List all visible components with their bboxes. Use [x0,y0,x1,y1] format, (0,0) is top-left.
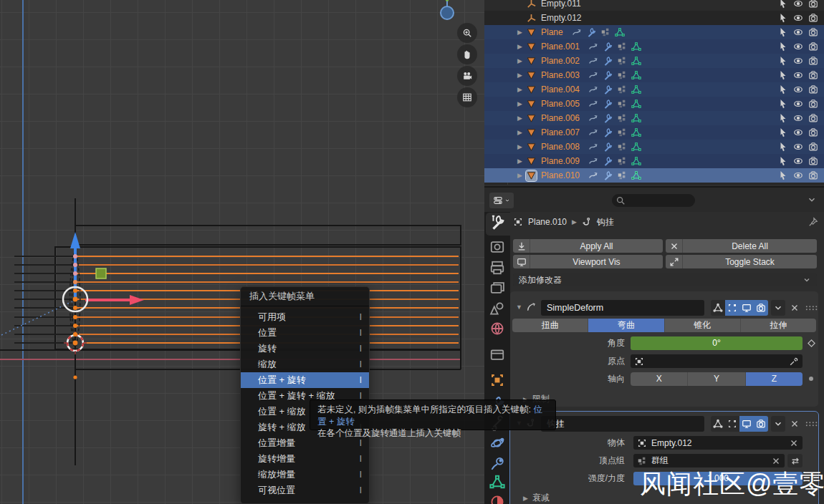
axis-y-button[interactable]: Y [688,372,745,386]
drag-handle-icon[interactable] [805,304,818,311]
tab-view-layer-icon[interactable] [489,280,505,296]
render-camera-icon[interactable] [808,170,818,180]
angle-slider[interactable]: 0° [631,336,803,350]
clear-x-icon[interactable] [771,456,781,466]
render-camera-icon[interactable] [808,99,818,109]
empty-marker-square[interactable] [96,268,106,278]
outliner-row-plane-004[interactable]: ▶ Plane.004 [484,82,824,97]
pan-hand-button[interactable] [457,44,477,64]
hide-eye-icon[interactable] [793,42,803,52]
invert-vertex-group-button[interactable] [787,454,803,467]
modifier-name-field[interactable]: SimpleDeform [541,300,704,316]
object-name[interactable]: Plane.007 [541,127,580,137]
toggle-stack-button[interactable]: Toggle Stack [666,255,817,268]
modifier-close-icon[interactable] [790,419,800,429]
viewport-vis-button[interactable]: Viewport Vis [513,255,663,268]
render-camera-icon[interactable] [808,13,818,23]
axis-z-button[interactable]: Z [746,372,803,386]
apply-all-button[interactable]: Apply All [513,239,663,253]
menu-item-available[interactable]: 可用项I [241,309,369,325]
editor-type-button[interactable] [489,193,514,208]
outliner-row-empty-011[interactable]: ▶ Empty.011 [484,0,824,11]
object-name[interactable]: Plane [541,27,563,37]
camera-view-button[interactable] [457,66,477,86]
tab-bend[interactable]: 弯曲 [588,319,664,332]
expand-arrow-icon[interactable]: ▶ [517,44,523,49]
expand-arrow-icon[interactable]: ▶ [517,144,523,150]
object-name[interactable]: Plane.003 [541,70,580,80]
outliner-row-plane[interactable]: ▶ Plane [484,25,824,39]
modifier-extras-button[interactable] [771,416,785,432]
selectable-arrow-icon[interactable] [778,99,788,109]
expand-arrow-icon[interactable]: ▶ [517,29,523,35]
menu-item-location[interactable]: 位置I [241,325,369,341]
keyframe-diamond-icon[interactable] [807,339,816,348]
hide-eye-icon[interactable] [793,170,803,180]
object-name[interactable]: Plane.005 [541,99,580,109]
toggle-render-icon[interactable] [754,416,768,432]
hide-eye-icon[interactable] [793,113,803,123]
hide-eye-icon[interactable] [793,142,803,152]
menu-item-scale[interactable]: 缩放I [241,357,369,372]
tab-material-icon[interactable] [489,494,505,504]
outliner-row-empty-012[interactable]: ▶ Empty.012 [484,11,824,25]
nav-gizmo-axis-ball[interactable] [441,0,454,19]
hide-eye-icon[interactable] [793,156,803,166]
modifier-extras-button[interactable] [771,300,785,316]
add-modifier-dropdown[interactable]: 添加修改器 [513,273,817,286]
render-camera-icon[interactable] [808,70,818,80]
axis-x-button[interactable]: X [631,372,688,386]
hide-eye-icon[interactable] [793,0,803,9]
object-name[interactable]: Plane.004 [541,84,580,94]
breadcrumb-modifier[interactable]: 钩挂 [597,216,614,228]
eyedropper-icon[interactable] [789,357,799,367]
tab-taper[interactable]: 锥化 [665,319,741,332]
tab-object-icon[interactable] [489,372,505,388]
delete-all-button[interactable]: Delete All [666,239,817,253]
toggle-edit-mode-icon[interactable] [725,416,739,432]
render-camera-icon[interactable] [808,142,818,152]
expand-arrow-icon[interactable]: ▶ [517,115,523,121]
render-camera-icon[interactable] [808,56,818,66]
clear-x-icon[interactable] [789,438,799,448]
hide-eye-icon[interactable] [793,127,803,137]
render-camera-icon[interactable] [808,156,818,166]
render-camera-icon[interactable] [808,113,818,123]
object-name[interactable]: Plane.002 [541,56,580,66]
modifier-close-icon[interactable] [790,303,800,313]
hide-eye-icon[interactable] [793,84,803,94]
tab-object-data-icon[interactable] [489,474,505,490]
outliner-row-plane-002[interactable]: ▶ Plane.002 [484,54,824,68]
tab-particles-icon[interactable] [489,455,505,471]
tab-world-icon[interactable] [489,321,505,336]
expand-arrow-icon[interactable]: ▶ [517,130,523,135]
drag-handle-icon[interactable] [805,420,818,427]
properties-search-input[interactable] [612,194,695,207]
selectable-arrow-icon[interactable] [778,84,788,94]
tab-scene-icon[interactable] [489,301,505,316]
selectable-arrow-icon[interactable] [778,56,788,66]
outliner-row-plane-009[interactable]: ▶ Plane.009 [484,154,824,168]
toggle-on-cage-icon[interactable] [711,416,725,432]
toggle-render-icon[interactable] [754,300,768,316]
render-camera-icon[interactable] [808,27,818,37]
selectable-arrow-icon[interactable] [778,42,788,52]
selectable-arrow-icon[interactable] [778,170,788,180]
tab-twist[interactable]: 扭曲 [512,319,588,332]
expand-arrow-icon[interactable]: ▶ [517,58,523,64]
tab-render-icon[interactable] [489,239,505,255]
origin-object-field[interactable] [631,354,803,368]
pin-icon[interactable] [808,217,818,227]
zoom-tool-button[interactable] [457,23,477,43]
object-name[interactable]: Plane.008 [541,142,580,152]
tab-tool-icon[interactable] [489,214,505,230]
tab-collection-icon[interactable] [489,346,505,362]
toggle-edit-mode-icon[interactable] [725,300,739,316]
hide-eye-icon[interactable] [793,56,803,66]
render-camera-icon[interactable] [808,127,818,137]
menu-item-delta-rotation[interactable]: 旋转增量I [241,451,369,467]
menu-item-rotation[interactable]: 旋转I [241,341,369,357]
hook-object-field[interactable]: Empty.012 [633,436,803,450]
hide-eye-icon[interactable] [793,27,803,37]
selectable-arrow-icon[interactable] [778,0,788,9]
